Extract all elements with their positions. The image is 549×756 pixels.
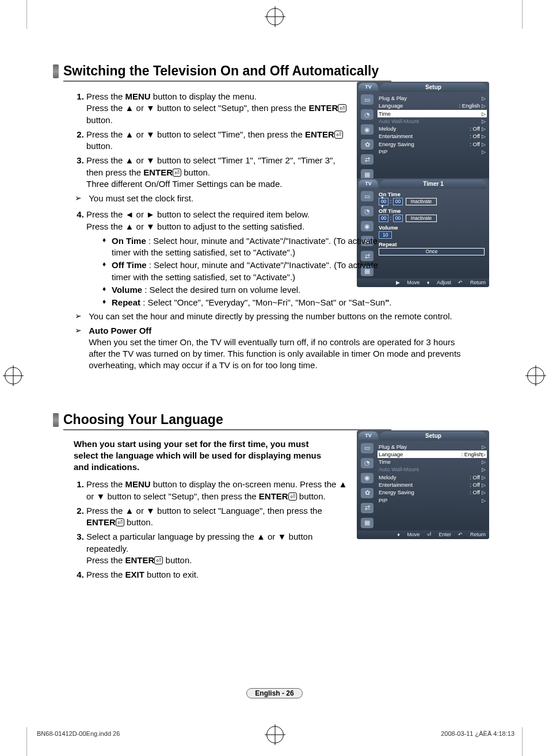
osd-icon-column: ▭ ◔ ◉ ✿ ⇄ ▦ [357, 441, 378, 530]
sound-icon: ◔ [361, 109, 373, 120]
bullet-on-time: On Time : Select hour, minute and "Activ… [102, 235, 390, 259]
section-intro: When you start using your set for the fi… [74, 438, 333, 474]
note-number-buttons: ➢ You can set the hour and minute direct… [75, 311, 464, 322]
pointer-icon: ➢ [75, 193, 86, 204]
input-icon: ⇄ [361, 154, 373, 165]
step-4: Press the EXIT button to exit. [86, 569, 348, 581]
channel-icon: ◉ [361, 124, 373, 135]
title-text: Choosing Your Language [63, 412, 223, 427]
osd-menu-row: Entertainment: Off▷ [379, 132, 486, 140]
osd-menu-list: Plug & Play▷Language: English▷Time▷Auto … [378, 92, 489, 182]
off-hour: 00 [379, 215, 388, 222]
title-text: Switching the Television On and Off Auto… [63, 63, 379, 78]
crop-mark [26, 0, 33, 29]
picture-icon: ▭ [361, 443, 373, 453]
pointer-icon: ➢ [75, 311, 86, 322]
section-auto-on-off: Switching the Television On and Off Auto… [63, 63, 489, 372]
volume-label: Volume [379, 224, 486, 231]
osd-menu-row: Language: English▷ [379, 102, 486, 109]
bullet-repeat: Repeat : Select "Once", "Everyday", "Mon… [102, 297, 457, 308]
osd-setup-language: TV Setup ▭ ◔ ◉ ✿ ⇄ ▦ Plug & Play▷Languag… [357, 430, 489, 539]
auto-power-off-body: When you set the timer On, the TV will e… [89, 337, 460, 371]
registration-mark-icon [5, 367, 22, 384]
bullet-volume: Volume : Select the desired turn on volu… [102, 284, 390, 296]
page-number: English - 26 [0, 688, 549, 698]
osd-menu-row: PIP▷ [379, 497, 486, 504]
off-time-label: Off Time [379, 208, 486, 214]
manual-page: Switching the Television On and Off Auto… [0, 0, 549, 756]
osd-menu-row: Energy Saving: Off▷ [379, 488, 486, 496]
tv-tab: TV [359, 432, 378, 440]
step-2: Press the ▲ or ▼ button to select "Langu… [86, 505, 348, 529]
crop-mark [26, 727, 33, 756]
setup-icon: ✿ [361, 488, 373, 498]
move-hint: ▶ Move [396, 280, 420, 285]
osd-menu-row: Time▷ [378, 110, 487, 117]
auto-power-off-title: Auto Power Off [89, 326, 151, 335]
channel-icon: ◉ [361, 473, 373, 483]
pointer-icon: ➢ [75, 325, 86, 336]
timer-body: On Time ▲▼00: 00 Inactivate Off Time 00:… [378, 189, 489, 278]
osd-menu-row: Auto Wall-Mount▷ [379, 117, 486, 125]
off-min: 00 [393, 215, 403, 222]
bullet-list: On Time : Select hour, minute and "Activ… [102, 235, 390, 309]
osd-icon-column: ▭ ◔ ◉ ✿ ⇄ ▦ [357, 92, 378, 182]
osd-header: Timer 1 [380, 180, 487, 189]
osd-menu-row: Melody: Off▷ [379, 125, 486, 132]
note-auto-power-off: ➢ Auto Power Off When you set the timer … [75, 325, 464, 372]
registration-mark-icon [266, 8, 284, 25]
sound-icon: ◔ [361, 458, 373, 468]
tv-tab: TV [359, 180, 378, 188]
return-hint: ↶ Return [458, 280, 486, 285]
print-timestamp: 2008-03-11 ¿ÀÈÄ 4:18:13 [441, 730, 514, 737]
osd-menu-row: PIP▷ [379, 148, 486, 155]
section-title: Switching the Television On and Off Auto… [63, 63, 391, 82]
step-3: Select a particular language by pressing… [86, 531, 348, 566]
osd-setup-time: TV Setup ▭ ◔ ◉ ✿ ⇄ ▦ Plug & Play▷Languag… [357, 82, 489, 190]
on-time-label: On Time [379, 191, 486, 197]
crop-mark [516, 727, 523, 756]
osd-header: Setup [380, 83, 487, 92]
picture-icon: ▭ [361, 94, 373, 105]
osd-menu-row: Plug & Play▷ [379, 443, 486, 450]
osd-footer: ♦ Move ⏎ Enter ↶ Return [357, 530, 489, 539]
crop-mark [516, 0, 523, 29]
off-status: Inactivate [406, 215, 437, 222]
step-4: Press the ◄ or ► button to select the re… [86, 209, 348, 232]
picture-icon: ▭ [361, 191, 373, 201]
dlna-icon: ▦ [361, 518, 373, 528]
step-1: Press the MENU button to display the on-… [86, 479, 348, 502]
step-3: Press the ▲ or ▼ button to select "Timer… [86, 155, 348, 190]
title-bar-icon [53, 64, 59, 78]
osd-menu-row: Time▷ [379, 458, 486, 465]
step-1: Press the MENU button to display the men… [86, 91, 348, 126]
registration-mark-icon [527, 367, 544, 384]
title-bar-icon [53, 413, 59, 427]
step-2: Press the ▲ or ▼ button to select "Time"… [86, 129, 348, 152]
repeat-label: Repeat [379, 241, 486, 247]
on-hour: ▲▼00 [379, 198, 388, 205]
osd-menu-row: Auto Wall-Mount▷ [379, 465, 486, 473]
input-icon: ⇄ [361, 503, 373, 513]
osd-menu-row: Plug & Play▷ [379, 94, 486, 102]
channel-icon: ◉ [361, 221, 373, 231]
osd-menu-row: Entertainment: Off▷ [379, 481, 486, 488]
print-footer: BN68-01412D-00Eng.indd 26 2008-03-11 ¿ÀÈ… [37, 730, 514, 737]
on-status: Inactivate [406, 198, 437, 205]
return-hint: ↶ Return [458, 532, 486, 537]
move-hint: ♦ Move [397, 532, 420, 537]
bullet-off-time: Off Time : Select hour, minute and "Acti… [102, 259, 390, 283]
adjust-hint: ♦ Adjust [427, 280, 451, 285]
step-list: Press the MENU button to display the on-… [63, 479, 348, 581]
osd-menu-row: Melody: Off▷ [379, 474, 486, 481]
file-name: BN68-01412D-00Eng.indd 26 [37, 730, 120, 737]
step-list: Press the ◄ or ► button to select the re… [63, 209, 348, 232]
on-min: 00 [393, 198, 403, 205]
tv-tab: TV [359, 83, 378, 91]
section-language: Choosing Your Language TV Setup ▭ ◔ ◉ ✿ … [63, 412, 489, 581]
osd-menu-row: Language: English▷ [378, 450, 487, 458]
repeat-value: Once [379, 248, 485, 255]
osd-header: Setup [380, 432, 487, 441]
section-title: Choosing Your Language [63, 412, 391, 430]
setup-icon: ✿ [361, 139, 373, 150]
